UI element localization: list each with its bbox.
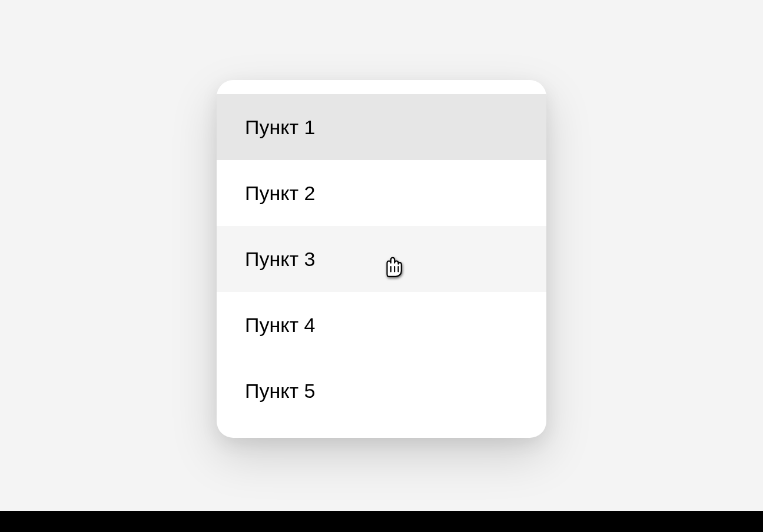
stage: Пункт 1 Пункт 2 Пункт 3 Пункт 4 Пункт 5 bbox=[0, 0, 763, 532]
menu-item-4[interactable]: Пункт 4 bbox=[217, 292, 546, 358]
menu-item-3[interactable]: Пункт 3 bbox=[217, 226, 546, 292]
menu-item-2[interactable]: Пункт 2 bbox=[217, 160, 546, 226]
menu-item-5[interactable]: Пункт 5 bbox=[217, 358, 546, 424]
bottom-bar bbox=[0, 511, 763, 532]
menu-item-label: Пункт 5 bbox=[245, 380, 315, 403]
menu-list: Пункт 1 Пункт 2 Пункт 3 Пункт 4 Пункт 5 bbox=[217, 80, 546, 438]
menu-item-label: Пункт 1 bbox=[245, 116, 315, 139]
menu-item-label: Пункт 2 bbox=[245, 182, 315, 205]
menu-card: Пункт 1 Пункт 2 Пункт 3 Пункт 4 Пункт 5 bbox=[217, 80, 546, 438]
menu-item-1[interactable]: Пункт 1 bbox=[217, 94, 546, 160]
menu-item-label: Пункт 4 bbox=[245, 314, 315, 337]
menu-item-label: Пункт 3 bbox=[245, 248, 315, 271]
